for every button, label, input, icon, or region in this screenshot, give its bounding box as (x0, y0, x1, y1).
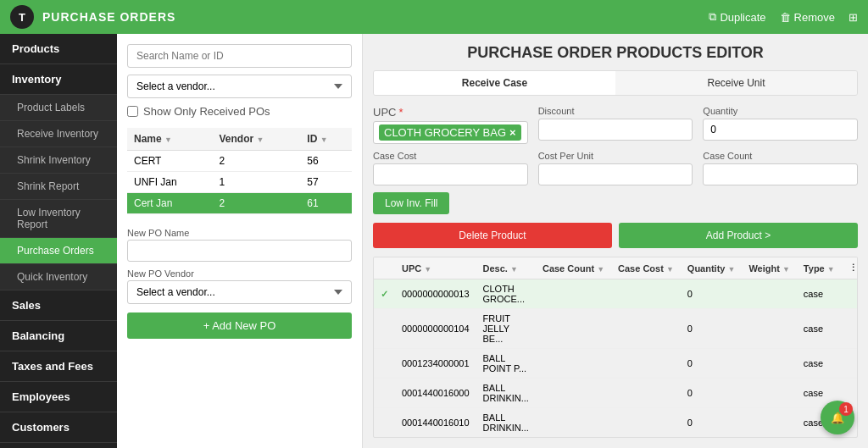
cost-per-unit-input[interactable] (538, 163, 693, 185)
po-col-vendor[interactable]: Vendor ▼ (212, 128, 300, 151)
sidebar-item-inventory[interactable]: Inventory (0, 64, 117, 95)
low-inv-fill-button[interactable]: Low Inv. Fill (373, 192, 449, 214)
sidebar-item-taxes-and-fees[interactable]: Taxes and Fees (0, 351, 117, 382)
po-table: Name ▼ Vendor ▼ ID ▼ CERT 2 56 UNFI Jan … (127, 128, 352, 214)
row-case-count (536, 279, 611, 309)
col-case-count[interactable]: Case Count ▼ (536, 257, 611, 279)
new-po-vendor-label: New PO Vendor (127, 268, 352, 279)
row-case-count (536, 349, 611, 379)
col-desc[interactable]: Desc. ▼ (476, 257, 536, 279)
row-desc: BALL DRINKIN... (476, 408, 536, 438)
row-case-cost (611, 379, 681, 408)
notification-button[interactable]: 🔔 1 (821, 401, 854, 434)
row-menu[interactable] (842, 309, 858, 349)
right-panel: PURCHASE ORDER PRODUCTS EDITOR Receive C… (363, 34, 868, 448)
form-fields: UPC * CLOTH GROCERY BAG × Discount Quant… (373, 106, 858, 185)
product-action-row: Delete Product Add Product > (373, 223, 858, 248)
sidebar-item-employees[interactable]: Employees (0, 382, 117, 412)
tab-receive-case[interactable]: Receive Case (374, 71, 615, 95)
case-count-label: Case Count (703, 151, 858, 161)
row-type: case (797, 349, 842, 379)
show-received-checkbox[interactable] (127, 106, 138, 117)
product-table-row[interactable]: 0001440016000 BALL DRINKIN... 0 case (374, 379, 858, 408)
sidebar-item-quick-inventory[interactable]: Quick Inventory (0, 264, 117, 290)
discount-group: Discount (538, 106, 693, 144)
col-case-cost[interactable]: Case Cost ▼ (611, 257, 681, 279)
row-case-cost (611, 349, 681, 379)
products-table: UPC ▼ Desc. ▼ Case Count ▼ Case Cost ▼ Q… (374, 257, 858, 438)
new-po-name-input[interactable] (127, 240, 352, 262)
col-weight[interactable]: Weight ▼ (742, 257, 796, 279)
po-cell-vendor: 1 (212, 172, 300, 193)
add-po-button[interactable]: + Add New PO (127, 312, 352, 339)
case-cost-input[interactable] (373, 163, 528, 185)
sidebar-item-administration[interactable]: Administration (0, 443, 117, 448)
row-type: case (797, 309, 842, 349)
left-panel: Select a vendor... Show Only Received PO… (117, 34, 363, 448)
top-bar-actions: ⧉ Duplicate 🗑 Remove ⊞ (709, 10, 858, 24)
col-menu[interactable]: ⋮ (842, 257, 858, 279)
sidebar-item-shrink-inventory[interactable]: Shrink Inventory (0, 147, 117, 174)
row-upc: 0001440016010 (395, 408, 476, 438)
po-table-row[interactable]: UNFI Jan 1 57 (127, 172, 352, 193)
product-table-row[interactable]: 0000000000104 FRUIT JELLY BE... 0 case (374, 309, 858, 349)
sidebar-item-low-inventory-report[interactable]: Low Inventory Report (0, 200, 117, 238)
sidebar-item-purchase-orders[interactable]: Purchase Orders (0, 238, 117, 264)
po-cell-vendor: 2 (212, 151, 300, 172)
sidebar-item-customers[interactable]: Customers (0, 412, 117, 443)
po-cell-name: Cert Jan (127, 193, 212, 214)
new-po-vendor-select[interactable]: Select a vendor... (127, 280, 352, 304)
app-logo: T (10, 5, 34, 29)
sidebar: Products Inventory Product Labels Receiv… (0, 34, 117, 448)
search-input[interactable] (127, 44, 352, 68)
po-col-name[interactable]: Name ▼ (127, 128, 212, 151)
upc-tag-input[interactable]: CLOTH GROCERY BAG × (373, 121, 528, 144)
add-product-button[interactable]: Add Product > (619, 223, 858, 248)
duplicate-button[interactable]: ⧉ Duplicate (709, 10, 765, 24)
upc-tag-remove[interactable]: × (509, 126, 516, 139)
case-count-input[interactable] (703, 163, 858, 185)
row-case-count (536, 309, 611, 349)
discount-input[interactable] (538, 119, 693, 141)
sort-arrow-name: ▼ (164, 136, 172, 144)
row-desc: FRUIT JELLY BE... (476, 309, 536, 349)
col-quantity[interactable]: Quantity ▼ (681, 257, 743, 279)
cost-per-unit-group: Cost Per Unit (538, 151, 693, 185)
po-cell-id: 56 (300, 151, 352, 172)
col-upc[interactable]: UPC ▼ (395, 257, 476, 279)
grid-icon-button[interactable]: ⊞ (849, 11, 858, 24)
vendor-select[interactable]: Select a vendor... (127, 75, 352, 98)
product-table-row[interactable]: 0001234000001 BALL POINT P... 0 case (374, 349, 858, 379)
remove-icon: 🗑 (780, 11, 791, 24)
sidebar-item-products[interactable]: Products (0, 34, 117, 64)
row-menu[interactable] (842, 349, 858, 379)
products-table-wrap: UPC ▼ Desc. ▼ Case Count ▼ Case Cost ▼ Q… (373, 257, 858, 438)
sidebar-item-receive-inventory[interactable]: Receive Inventory (0, 121, 117, 147)
quantity-group: Quantity (703, 106, 858, 144)
col-type[interactable]: Type ▼ (797, 257, 842, 279)
notification-badge: 1 (839, 402, 853, 416)
quantity-input[interactable] (703, 119, 858, 141)
sidebar-item-sales[interactable]: Sales (0, 290, 117, 321)
row-weight (742, 309, 796, 349)
upc-label: UPC * (373, 106, 528, 119)
po-table-row[interactable]: CERT 2 56 (127, 151, 352, 172)
row-upc: 0000000000104 (395, 309, 476, 349)
product-table-row[interactable]: 0001440016010 BALL DRINKIN... 0 case (374, 408, 858, 438)
new-po-name-label: New PO Name (127, 228, 352, 238)
po-col-id[interactable]: ID ▼ (300, 128, 352, 151)
row-check: ✓ (374, 279, 395, 309)
tab-receive-unit[interactable]: Receive Unit (615, 71, 857, 95)
row-upc: 0000000000013 (395, 279, 476, 309)
sidebar-item-balancing[interactable]: Balancing (0, 321, 117, 351)
po-cell-vendor: 2 (212, 193, 300, 214)
row-menu[interactable] (842, 279, 858, 309)
sidebar-item-shrink-report[interactable]: Shrink Report (0, 174, 117, 200)
remove-button[interactable]: 🗑 Remove (780, 11, 835, 24)
show-received-row: Show Only Received POs (127, 105, 352, 118)
po-table-row[interactable]: Cert Jan 2 61 (127, 193, 352, 214)
product-table-row[interactable]: ✓ 0000000000013 CLOTH GROCE... 0 case (374, 279, 858, 309)
delete-product-button[interactable]: Delete Product (373, 223, 612, 248)
row-check (374, 379, 395, 408)
sidebar-item-product-labels[interactable]: Product Labels (0, 95, 117, 121)
